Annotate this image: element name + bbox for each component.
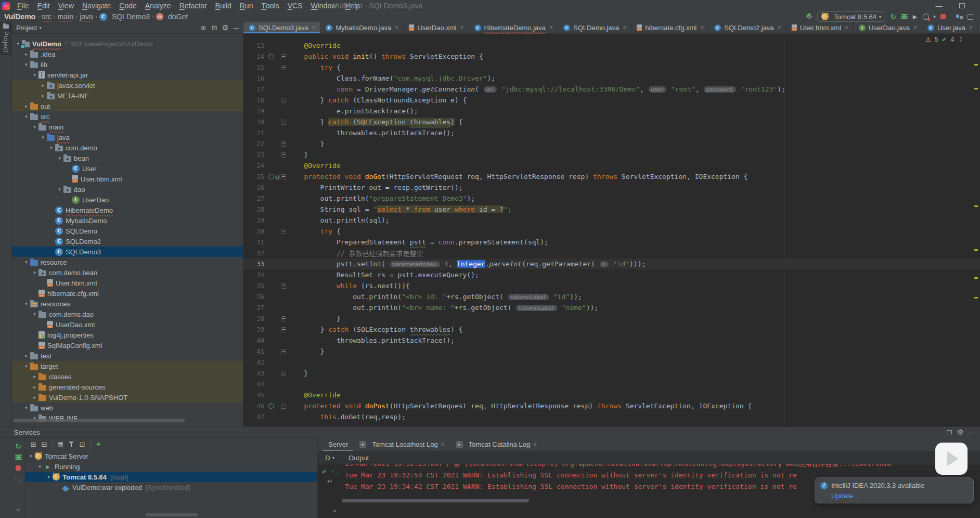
tree-item-sqlmapconfig-xml[interactable]: SqlMapConfig.xml xyxy=(12,340,243,351)
code-line-26[interactable]: 26 PrintWriter out = resp.getWriter(); xyxy=(243,182,980,193)
update-link[interactable]: Update... xyxy=(831,492,968,500)
close-icon[interactable]: × xyxy=(460,24,463,31)
code-line-20[interactable]: 20 } catch (SQLException throwables) { xyxy=(243,116,980,127)
code-line-47[interactable]: 47 this.doGet(req,resp); xyxy=(243,411,980,422)
code-line-44[interactable]: 44 xyxy=(243,379,980,390)
group-icon[interactable] xyxy=(56,439,65,449)
close-icon[interactable]: × xyxy=(913,24,917,31)
tree-item-lib[interactable]: ▾lib xyxy=(12,59,243,70)
chevron-down-icon[interactable]: ▾ xyxy=(22,62,30,67)
menu-code[interactable]: Code xyxy=(115,0,140,11)
code-line-43[interactable]: 43 } xyxy=(243,368,980,379)
chevron-down-icon[interactable]: ▾ xyxy=(56,187,63,192)
code-line-33[interactable]: 33 pstt.setInt( parameterIndex: 1, Integ… xyxy=(243,258,980,269)
code-line-46[interactable]: 46 protected void doPost(HttpServletRequ… xyxy=(243,400,980,411)
code-line-16[interactable]: 16 Class.forName("com.mysql.jdbc.Driver"… xyxy=(243,73,980,84)
code-line-17[interactable]: 17 conn = DriverManager.getConnection( u… xyxy=(243,84,980,95)
tree-item-resource[interactable]: ▾resource xyxy=(12,257,243,267)
tree-item-javax-servlet[interactable]: ▸javax.servlet xyxy=(12,80,243,90)
more-icon[interactable] xyxy=(14,505,23,514)
close-icon[interactable]: × xyxy=(623,24,626,31)
video-play-overlay-icon[interactable] xyxy=(935,443,968,475)
menu-refactor[interactable]: Refactor xyxy=(175,0,211,11)
breadcrumb-doget[interactable]: mdoGet xyxy=(156,12,188,21)
tree-item-sqldemo[interactable]: CSQLDemo xyxy=(12,226,243,236)
tree-item-sqldemo2[interactable]: CSQLDemo2 xyxy=(12,236,243,247)
close-icon[interactable]: × xyxy=(969,24,973,31)
chevron-down-icon[interactable]: ▾ xyxy=(22,405,30,410)
plusdd-icon[interactable] xyxy=(94,439,103,449)
project-panel-header[interactable]: Project ▾ xyxy=(12,22,243,34)
code-line-35[interactable]: 35 while (rs.next()){ xyxy=(243,280,980,291)
fold-marker-icon[interactable] xyxy=(281,316,286,321)
menu-edit[interactable]: Edit xyxy=(33,0,54,11)
chevron-down-icon[interactable]: ▾ xyxy=(31,270,38,275)
tree-item-com-demo-bean[interactable]: ▾com.demo.bean xyxy=(12,267,243,278)
chevron-right-icon[interactable]: ▸ xyxy=(39,93,47,98)
more-icon[interactable] xyxy=(330,506,339,515)
tab-sqldemo-java[interactable]: CSQLDemo.java× xyxy=(558,22,631,33)
menu-analyze[interactable]: Analyze xyxy=(141,0,175,11)
breadcrumb-java[interactable]: java xyxy=(80,12,93,21)
fold-marker-icon[interactable] xyxy=(281,371,286,376)
tree-item-test[interactable]: ▸test xyxy=(12,351,243,361)
tree-item-dao[interactable]: ▾dao xyxy=(12,184,243,195)
debug-icon[interactable] xyxy=(14,452,23,462)
chevron-icon[interactable] xyxy=(932,12,937,21)
coverage-icon[interactable] xyxy=(910,12,920,21)
tab-user-hbm-xml[interactable]: User.hbm.xml× xyxy=(786,22,854,33)
chevron-right-icon[interactable]: ▸ xyxy=(39,83,47,88)
code-line-39[interactable]: 39 } catch (SQLException throwables) { xyxy=(243,324,980,335)
inspections-widget[interactable]: ⚠ 5 ✔ 4 ∧∨ xyxy=(925,36,962,43)
tab-hibernate-cfg-xml[interactable]: hibernate.cfg.xml× xyxy=(631,22,709,33)
next-prev-problem-icons[interactable]: ∧∨ xyxy=(959,36,962,43)
chevron-right-icon[interactable]: ▸ xyxy=(31,395,38,400)
fold-marker-icon[interactable] xyxy=(281,141,286,147)
chevron-right-icon[interactable]: ▸ xyxy=(22,51,30,57)
fold-marker-icon[interactable] xyxy=(281,174,286,179)
close-icon[interactable]: × xyxy=(312,24,315,31)
gear-icon[interactable] xyxy=(221,23,230,32)
chevron-down-icon[interactable]: ▾ xyxy=(31,72,38,77)
code-line-45[interactable]: 45 @Override xyxy=(243,390,980,400)
fold-marker-icon[interactable] xyxy=(281,65,286,70)
menu-run[interactable]: Run xyxy=(236,0,257,11)
tree-item-target[interactable]: ▾target xyxy=(12,361,243,371)
restore-button-icon[interactable] xyxy=(953,0,971,11)
close-icon[interactable]: × xyxy=(533,441,537,448)
project-tree-hscrollbar[interactable] xyxy=(13,419,185,422)
close-icon[interactable]: × xyxy=(845,24,848,31)
hide-icon[interactable] xyxy=(231,23,241,32)
winpart-icon[interactable] xyxy=(965,12,975,21)
expand-icon[interactable] xyxy=(29,439,38,449)
code-line-29[interactable]: 29 out.println(sql); xyxy=(243,215,980,226)
close-icon[interactable]: × xyxy=(395,24,398,31)
override-method-icon[interactable] xyxy=(268,403,274,409)
menu-file[interactable]: File xyxy=(13,0,33,11)
close-icon[interactable]: × xyxy=(549,24,553,31)
tree-item-bean[interactable]: ▾bean xyxy=(12,153,243,163)
code-line-15[interactable]: 15 try { xyxy=(243,62,980,73)
run-config-selector[interactable]: Tomcat 8.5.64 ▾ xyxy=(817,11,885,22)
console-tab-server[interactable]: Server xyxy=(323,438,353,451)
code-line-34[interactable]: 34 ResultSet rs = pstt.executeQuery(); xyxy=(243,269,980,280)
tree-item-tomcat-server[interactable]: ▾Tomcat Server xyxy=(25,451,317,461)
collapseall-icon[interactable] xyxy=(40,439,49,449)
chevron-right-icon[interactable]: ▸ xyxy=(22,103,30,109)
tree-item-user-hbm-xml[interactable]: User.hbm.xml xyxy=(12,278,243,288)
chevron-down-icon[interactable]: ▾ xyxy=(31,312,38,317)
fold-marker-icon[interactable] xyxy=(281,120,286,125)
console-tab-tomcat-localhost-log[interactable]: ▸Tomcat Localhost Log× xyxy=(354,438,449,451)
tab-user-java[interactable]: CUser.java× xyxy=(922,22,978,33)
tree-item-main[interactable]: ▾main xyxy=(12,122,243,132)
stop-icon[interactable] xyxy=(938,12,948,21)
tree-item-resources[interactable]: ▾resources xyxy=(12,299,243,309)
tab-mybatisdemo-java[interactable]: CMybatisDemo.java× xyxy=(320,22,404,33)
tab-hibernatedemo-java[interactable]: CHibernateDemo.java× xyxy=(469,22,559,33)
tree-item-userdao-xml[interactable]: UserDao.xml xyxy=(12,319,243,330)
menu-view[interactable]: View xyxy=(54,0,78,11)
tree-item-userdao[interactable]: IUserDao xyxy=(12,195,243,205)
tree-item-hibernatedemo[interactable]: CHibernateDemo xyxy=(12,205,243,215)
deploy-icon[interactable] xyxy=(14,474,23,484)
breadcrumb-sqldemo3[interactable]: CSQLDemo3 xyxy=(99,12,150,21)
